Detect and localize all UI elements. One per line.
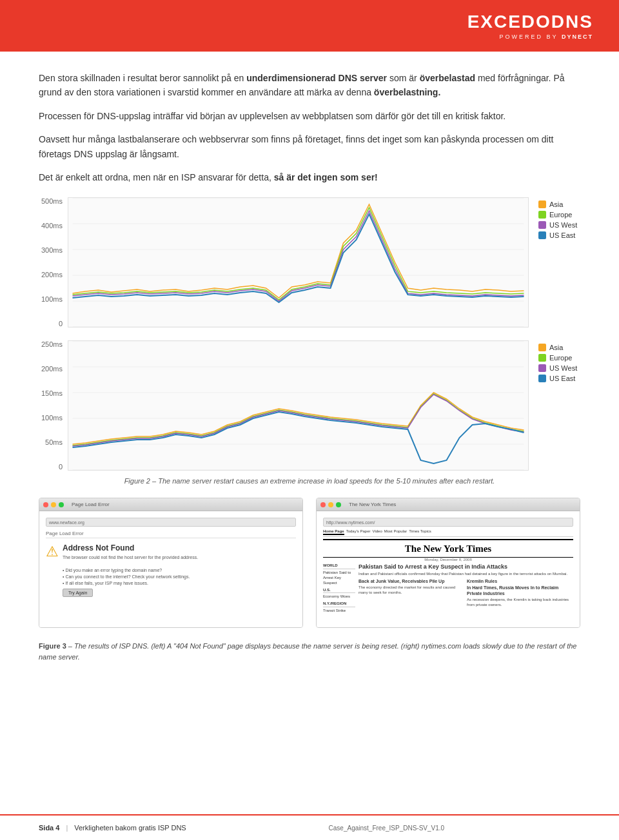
warning-icon: ⚠ xyxy=(46,543,59,560)
chart-2-section: 250ms 200ms 150ms 100ms 50ms 0 xyxy=(39,340,580,485)
nyt-headline-4: In Hard Times, Russia Moves In to Reclai… xyxy=(467,585,573,596)
legend-europe-2: Europe xyxy=(538,354,580,362)
nyt-headline-1: Pakistan Said to Arrest a Key Suspect in… xyxy=(359,563,573,571)
traffic-light-green-right xyxy=(336,502,341,507)
legend-dot-uswest-2 xyxy=(538,364,546,372)
address-bar-right: http://www.nytimes.com/ xyxy=(323,518,573,527)
legend-dot-europe-2 xyxy=(538,354,546,362)
legend-asia-1: Asia xyxy=(538,200,580,208)
error-heading: Address Not Found xyxy=(63,543,198,552)
logo-sub: POWERED BY DYNECT xyxy=(467,34,593,40)
logo-main: EXCEDODNS xyxy=(467,12,593,32)
legend-dot-uswest-1 xyxy=(538,221,546,229)
footer-filename: Case_Against_Free_ISP_DNS-SV_V1.0 xyxy=(193,825,580,832)
error-main: ⚠ Address Not Found The browser could no… xyxy=(46,543,296,597)
paragraph-1: Den stora skillnaden i resultat beror sa… xyxy=(39,71,580,100)
chart-1-legend: Asia Europe US West US East xyxy=(529,197,580,327)
nyt-page-content: Home Page Today's Paper Video Most Popul… xyxy=(323,529,573,614)
screenshot-left: Page Load Error www.newface.org Page Loa… xyxy=(39,498,303,628)
error-text-block: Address Not Found The browser could not … xyxy=(63,543,198,597)
traffic-light-green-left xyxy=(59,502,64,507)
chart-1-area xyxy=(68,197,529,327)
paragraph-2: Processen för DNS-uppslag inträffar vid … xyxy=(39,109,580,123)
footer-title: Verkligheten bakom gratis ISP DNS xyxy=(74,824,186,832)
screenshots-row: Page Load Error www.newface.org Page Loa… xyxy=(39,498,580,628)
footer: Sida 4 | Verkligheten bakom gratis ISP D… xyxy=(0,814,619,840)
screenshot-right-titlebar: The New York Times xyxy=(317,498,580,511)
nyt-headline-2: Back at Junk Value, Receivables Pile Up xyxy=(359,579,465,584)
chart-2-legend: Asia Europe US West US East xyxy=(529,340,580,471)
paragraph-4: Det är enkelt att ordna, men när en ISP … xyxy=(39,170,580,184)
legend-dot-useast-1 xyxy=(538,231,546,239)
main-content: Den stora skillnaden i resultat beror sa… xyxy=(0,52,619,688)
nyt-columns: WORLD Pakistan Said to Arrest Key Suspec… xyxy=(323,563,573,614)
figure-3-caption: Figure 3 – The results of ISP DNS. (left… xyxy=(39,641,580,662)
traffic-light-yellow-right xyxy=(328,502,333,507)
nyt-sidebar: WORLD Pakistan Said to Arrest Key Suspec… xyxy=(323,563,355,614)
nyt-main-content: Pakistan Said to Arrest a Key Suspect in… xyxy=(359,563,573,614)
try-again-button[interactable]: Try Again xyxy=(63,589,93,597)
screenshot-right-title: The New York Times xyxy=(349,502,396,507)
error-body-text: The browser could not find the host serv… xyxy=(63,554,198,586)
traffic-light-red-left xyxy=(43,502,48,507)
legend-dot-europe-1 xyxy=(538,211,546,219)
chart-1-y-axis: 500ms 400ms 300ms 200ms 100ms 0 xyxy=(39,197,68,327)
screenshot-right: The New York Times http://www.nytimes.co… xyxy=(316,498,580,628)
nyt-nav: Home Page Today's Paper Video Most Popul… xyxy=(323,529,573,537)
legend-dot-asia-1 xyxy=(538,200,546,208)
legend-useast-2: US East xyxy=(538,375,580,382)
traffic-light-red-right xyxy=(320,502,326,507)
nyt-lower-section: Back at Junk Value, Receivables Pile Up … xyxy=(359,579,573,608)
nyt-headline-3: Kremlin Rules xyxy=(467,579,573,584)
chart-2-area xyxy=(68,340,529,471)
nyt-masthead: The New York Times xyxy=(323,539,573,558)
legend-uswest-1: US West xyxy=(538,221,580,229)
legend-europe-1: Europe xyxy=(538,211,580,219)
chart-1-section: 500ms 400ms 300ms 200ms 100ms 0 xyxy=(39,197,580,327)
header: EXCEDODNS POWERED BY DYNECT xyxy=(0,0,619,52)
screenshot-right-content: http://www.nytimes.com/ Home Page Today'… xyxy=(317,511,580,627)
paragraph-3: Oavsett hur många lastbalanserare och we… xyxy=(39,132,580,161)
legend-dot-asia-2 xyxy=(538,344,546,351)
legend-dot-useast-2 xyxy=(538,375,546,382)
screenshot-left-content: www.newface.org Page Load Error ⚠ Addres… xyxy=(39,511,302,627)
error-page-content: Page Load Error ⚠ Address Not Found The … xyxy=(46,531,296,597)
legend-uswest-2: US West xyxy=(538,364,580,372)
legend-asia-2: Asia xyxy=(538,344,580,351)
chart-1-container: 500ms 400ms 300ms 200ms 100ms 0 xyxy=(39,197,580,327)
traffic-light-yellow-left xyxy=(51,502,56,507)
error-browser-title: Page Load Error xyxy=(46,531,296,538)
figure-2-caption: Figure 2 – The name server restart cause… xyxy=(39,477,580,485)
screenshot-left-titlebar: Page Load Error xyxy=(39,498,302,511)
screenshot-left-title: Page Load Error xyxy=(72,502,110,507)
chart-2-container: 250ms 200ms 150ms 100ms 50ms 0 xyxy=(39,340,580,471)
nyt-date: Monday, December 8, 2008 xyxy=(323,558,573,562)
chart-1-svg xyxy=(68,198,528,327)
logo-container: EXCEDODNS POWERED BY DYNECT xyxy=(467,12,593,40)
footer-page: Sida 4 xyxy=(39,824,59,832)
address-bar-left: www.newface.org xyxy=(46,518,296,527)
legend-useast-1: US East xyxy=(538,231,580,239)
chart-2-y-axis: 250ms 200ms 150ms 100ms 50ms 0 xyxy=(39,340,68,471)
chart-2-svg xyxy=(68,341,528,470)
